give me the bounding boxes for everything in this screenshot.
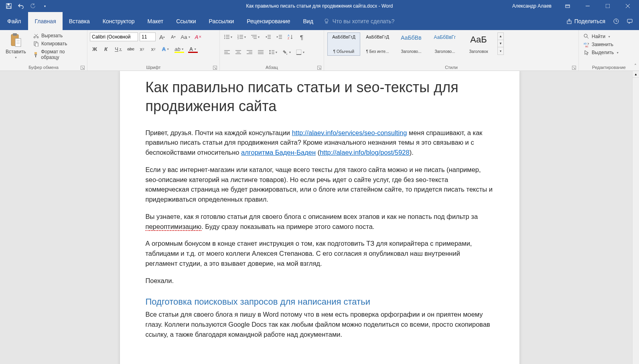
- paste-button[interactable]: Вставить ▼: [2, 31, 29, 61]
- font-color-button[interactable]: A▼: [187, 44, 199, 53]
- superscript-button[interactable]: x2: [148, 44, 158, 53]
- line-spacing-button[interactable]: ▼: [267, 48, 279, 57]
- hyperlink[interactable]: http://alaev.info/services/seo-consultin…: [292, 129, 407, 136]
- style-item[interactable]: АаБбВвГгД¶ Обычный: [327, 32, 360, 56]
- collapse-ribbon-icon[interactable]: ˄: [634, 63, 637, 69]
- document-page[interactable]: Как правильно писать статьи и seo-тексты…: [120, 71, 519, 364]
- select-button[interactable]: Выделить ▼: [581, 49, 621, 56]
- styles-scroll-down[interactable]: ▼: [498, 40, 503, 47]
- maximize-icon[interactable]: [600, 0, 616, 12]
- comments-icon[interactable]: [627, 18, 633, 24]
- doc-paragraph[interactable]: Привет, друзья. Почти на каждой консульт…: [146, 128, 494, 158]
- tab-design[interactable]: Конструктор: [96, 12, 141, 30]
- decrease-indent-button[interactable]: [263, 32, 273, 41]
- paragraph-group-label: Абзац: [266, 65, 278, 70]
- doc-paragraph[interactable]: Поехали.: [146, 276, 494, 286]
- save-icon[interactable]: [6, 3, 12, 9]
- multilevel-list-button[interactable]: ▼: [250, 32, 262, 41]
- clipboard-group-label: Буфер обмена: [28, 65, 59, 70]
- align-center-button[interactable]: [233, 48, 243, 57]
- svg-text:Z: Z: [288, 37, 290, 40]
- numbered-list-button[interactable]: 123▼: [236, 32, 248, 41]
- styles-gallery: АаБбВвГгД¶ ОбычныйАаБбВвГгД¶ Без инте...…: [327, 31, 496, 57]
- minimize-icon[interactable]: [580, 0, 596, 12]
- show-marks-button[interactable]: ¶: [297, 32, 306, 41]
- close-icon[interactable]: [620, 0, 636, 12]
- clipboard-dialog-launcher[interactable]: ↘: [81, 66, 85, 70]
- font-dialog-launcher[interactable]: ↘: [213, 66, 217, 70]
- doc-paragraph[interactable]: Вы узнаете, как я готовлю статьи для сво…: [146, 212, 494, 232]
- ribbon-display-icon[interactable]: [560, 0, 576, 12]
- tab-file[interactable]: Файл: [0, 12, 28, 30]
- style-item[interactable]: АаБбВвЗаголово...: [395, 32, 428, 56]
- spelling-error[interactable]: переоптимизацию: [146, 223, 202, 231]
- strikethrough-button[interactable]: abc: [126, 44, 136, 53]
- grow-font-button[interactable]: A▴: [157, 32, 167, 41]
- tab-home[interactable]: Главная: [28, 12, 62, 30]
- tab-view[interactable]: Вид: [296, 12, 319, 30]
- italic-button[interactable]: К: [101, 44, 111, 53]
- svg-rect-23: [35, 43, 38, 47]
- tab-mailings[interactable]: Рассылки: [203, 12, 241, 30]
- undo-icon[interactable]: [18, 3, 24, 9]
- justify-button[interactable]: [256, 48, 266, 57]
- copy-icon: [33, 41, 39, 47]
- svg-text:A: A: [288, 34, 290, 37]
- underline-button[interactable]: Ч▼: [112, 44, 124, 53]
- cut-button[interactable]: Вырезать: [31, 32, 85, 39]
- lightbulb-icon: [324, 18, 329, 24]
- shading-button[interactable]: ▼: [281, 48, 293, 57]
- styles-expand[interactable]: ▾: [498, 47, 503, 55]
- styles-scroll-up[interactable]: ▲: [498, 33, 503, 40]
- shrink-font-button[interactable]: A▾: [168, 32, 178, 41]
- replace-button[interactable]: abacЗаменить: [581, 41, 621, 48]
- style-item[interactable]: АаБбВвГгЗаголово...: [428, 32, 461, 56]
- history-icon[interactable]: [613, 18, 619, 24]
- copy-button[interactable]: Копировать: [31, 40, 85, 47]
- qat-dropdown-icon[interactable]: ▾: [42, 3, 48, 9]
- window-title: Как правильно писать статьи для продвиже…: [246, 3, 393, 9]
- find-button[interactable]: Найти ▼: [581, 33, 621, 40]
- style-item[interactable]: АаБЗаголовок: [462, 32, 495, 56]
- text-effects-button[interactable]: A▼: [160, 44, 172, 53]
- doc-paragraph[interactable]: Если у вас интернет-магазин или каталог,…: [146, 165, 494, 204]
- style-name: Заголово...: [435, 49, 455, 54]
- tell-me-search[interactable]: Что вы хотите сделать?: [324, 18, 395, 24]
- vertical-scrollbar[interactable]: ▲: [632, 71, 639, 364]
- align-right-button[interactable]: [245, 48, 254, 57]
- bullet-list-button[interactable]: ▼: [222, 32, 234, 41]
- font-size-input[interactable]: [140, 32, 156, 41]
- align-left-button[interactable]: [222, 48, 232, 57]
- highlight-button[interactable]: ab▼: [173, 44, 185, 53]
- svg-point-31: [224, 38, 225, 39]
- user-name[interactable]: Александр Алаев: [512, 3, 552, 9]
- format-painter-button[interactable]: Формат по образцу: [31, 48, 85, 61]
- doc-paragraph[interactable]: Все статьи для своего блога я пишу в Wor…: [146, 309, 494, 339]
- doc-paragraph[interactable]: А огромным бонусом в конце станет инстру…: [146, 239, 494, 268]
- doc-heading-1[interactable]: Как правильно писать статьи и seo-тексты…: [146, 78, 494, 116]
- scroll-up-icon[interactable]: ▲: [633, 71, 639, 78]
- style-item[interactable]: АаБбВвГгД¶ Без инте...: [361, 32, 394, 56]
- bold-button[interactable]: Ж: [90, 44, 99, 53]
- borders-button[interactable]: ▼: [294, 48, 306, 57]
- hyperlink[interactable]: http://alaev.info/blog/post/5928: [320, 149, 410, 156]
- svg-text:ab: ab: [584, 42, 587, 45]
- hyperlink[interactable]: алгоритма Баден-Баден: [241, 149, 316, 156]
- tab-insert[interactable]: Вставка: [63, 12, 96, 30]
- svg-point-67: [584, 34, 587, 37]
- redo-icon[interactable]: [30, 3, 36, 9]
- font-group-label: Шрифт: [146, 65, 160, 70]
- tab-references[interactable]: Ссылки: [170, 12, 202, 30]
- tab-review[interactable]: Рецензирование: [240, 12, 296, 30]
- subscript-button[interactable]: x2: [137, 44, 147, 53]
- change-case-button[interactable]: Aa▼: [180, 32, 192, 41]
- doc-heading-2[interactable]: Подготовка поисковых запросов для написа…: [146, 297, 494, 307]
- clear-formatting-button[interactable]: A✕: [193, 32, 203, 41]
- styles-dialog-launcher[interactable]: ↘: [572, 66, 576, 70]
- font-name-input[interactable]: [90, 32, 138, 41]
- sort-button[interactable]: AZ: [286, 32, 295, 41]
- tab-layout[interactable]: Макет: [141, 12, 170, 30]
- paragraph-dialog-launcher[interactable]: ↘: [317, 66, 321, 70]
- share-button[interactable]: Поделиться: [566, 18, 605, 24]
- increase-indent-button[interactable]: [274, 32, 284, 41]
